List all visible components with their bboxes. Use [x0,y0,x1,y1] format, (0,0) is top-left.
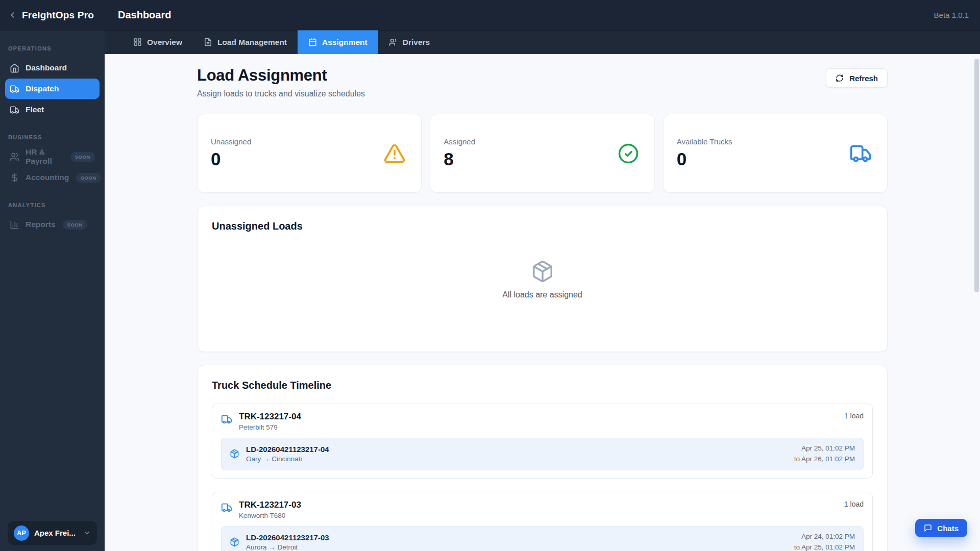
refresh-button[interactable]: Refresh [826,68,888,88]
sidebar-item-reports[interactable]: Reports SOON [5,214,100,235]
truck-row-header: TRK-123217-04 Peterbilt 579 1 load [221,412,864,431]
sidebar-item-accounting[interactable]: Accounting SOON [5,167,100,188]
load-card[interactable]: LD-20260421123217-03 Aurora → Detroit Ap… [221,526,864,551]
bar-chart-icon [10,220,19,230]
section-label-operations: OPERATIONS [0,45,105,52]
sidebar-item-label: Dispatch [26,84,59,93]
sidebar-item-label: Dashboard [26,63,67,72]
load-count: 1 load [844,412,864,420]
sidebar-item-fleet[interactable]: Fleet [5,99,100,120]
main-content: Load Assignment Assign loads to trucks a… [105,54,980,551]
users-icon [10,152,19,162]
load-route: Aurora → Detroit [246,543,329,551]
empty-state: All loads are assigned [212,232,873,299]
user-name: Apex Frei... [34,529,78,537]
truck-schedule-title: Truck Schedule Timeline [212,380,873,391]
grid-icon [133,38,142,46]
load-date-start: Apr 24, 01:02 PM [794,532,855,542]
document-icon [204,38,212,46]
soon-badge: SOON [70,152,95,162]
tab-label: Overview [147,38,182,47]
truck-icon [10,84,19,94]
page-title: Load Assignment [197,66,365,85]
load-card[interactable]: LD-20260421123217-04 Gary → Cincinnati A… [221,438,864,470]
header-page-title: Dashboard [118,9,171,21]
refresh-icon [836,74,844,82]
load-date-end: to Apr 26, 01:02 PM [794,454,855,465]
top-header: FreightOps Pro Dashboard Beta 1.0.1 [0,0,980,30]
scrollbar[interactable] [974,59,979,292]
chats-button[interactable]: Chats [915,519,967,537]
soon-badge: SOON [76,173,101,183]
truck-icon [10,105,19,115]
load-count: 1 load [844,500,864,508]
avatar: AP [14,525,29,541]
tab-label: Load Management [217,38,287,47]
soon-badge: SOON [63,220,87,230]
sidebar-item-label: Fleet [26,105,44,114]
sidebar: OPERATIONS Dashboard Dispatch Fleet BUSI… [0,30,105,551]
section-label-analytics: ANALYTICS [0,202,105,208]
dollar-icon [10,173,19,183]
calendar-icon [308,38,317,46]
empty-state-text: All loads are assigned [502,290,582,299]
sidebar-item-label: HR & Payroll [26,147,63,166]
home-icon [10,63,19,73]
sidebar-item-label: Reports [26,220,56,229]
load-date-end: to Apr 25, 01:02 PM [794,542,855,551]
stat-label: Assigned [444,137,475,146]
truck-icon [221,500,232,513]
alert-triangle-icon [383,142,406,165]
tab-assignment[interactable]: Assignment [298,30,378,54]
load-id: LD-20260421123217-03 [246,533,329,542]
truck-icon [849,142,872,165]
tab-label: Drivers [403,38,430,47]
chats-label: Chats [937,524,959,533]
stats-row: Unassigned 0 Assigned 8 Available Trucks… [197,114,888,193]
package-icon [531,260,554,283]
sidebar-section-analytics: ANALYTICS Reports SOON [0,202,105,235]
load-id: LD-20260421123217-04 [246,445,329,454]
truck-row-header: TRK-123217-03 Kenworth T680 1 load [221,500,864,519]
back-chevron-icon[interactable] [8,11,17,19]
truck-model: Kenworth T680 [239,512,301,519]
users-icon [389,38,398,46]
sidebar-section-operations: OPERATIONS Dashboard Dispatch Fleet [0,45,105,120]
stat-label: Unassigned [211,137,251,146]
unassigned-loads-title: Unassigned Loads [212,220,873,232]
sidebar-item-dashboard[interactable]: Dashboard [5,58,100,78]
sidebar-item-label: Accounting [26,173,69,182]
refresh-label: Refresh [849,74,878,83]
tab-drivers[interactable]: Drivers [378,30,440,54]
page-subtitle: Assign loads to trucks and visualize sch… [197,89,365,98]
sidebar-item-dispatch[interactable]: Dispatch [5,79,100,99]
load-dates: Apr 25, 01:02 PM to Apr 26, 01:02 PM [794,443,855,465]
stat-label: Available Trucks [677,137,732,146]
user-menu[interactable]: AP Apex Frei... [8,521,97,545]
package-icon [230,449,239,459]
tab-bar: Overview Load Management Assignment Driv… [105,30,980,54]
check-circle-icon [618,143,639,164]
stat-card-available-trucks: Available Trucks 0 [663,114,888,193]
app-brand: FreightOps Pro [0,10,105,21]
app-title: FreightOps Pro [22,10,94,21]
sidebar-section-business: BUSINESS HR & Payroll SOON Accounting SO… [0,134,105,188]
version-badge: Beta 1.0.1 [934,11,969,19]
truck-row: TRK-123217-03 Kenworth T680 1 load LD-20… [212,492,873,551]
unassigned-loads-card: Unassigned Loads All loads are assigned [197,206,888,352]
sidebar-item-hr-payroll[interactable]: HR & Payroll SOON [5,146,100,167]
page-header: Load Assignment Assign loads to trucks a… [197,66,888,98]
stat-value: 0 [211,149,251,169]
tab-label: Assignment [322,38,368,47]
truck-id: TRK-123217-03 [239,500,301,510]
chat-icon [924,524,932,532]
stat-card-unassigned: Unassigned 0 [197,114,422,193]
tab-load-management[interactable]: Load Management [193,30,298,54]
load-date-start: Apr 25, 01:02 PM [794,443,855,454]
tab-overview[interactable]: Overview [122,30,193,54]
chevron-down-icon [83,529,91,537]
load-dates: Apr 24, 01:02 PM to Apr 25, 01:02 PM [794,532,855,551]
package-icon [230,537,239,547]
stat-value: 0 [677,149,732,169]
stat-value: 8 [444,149,475,169]
